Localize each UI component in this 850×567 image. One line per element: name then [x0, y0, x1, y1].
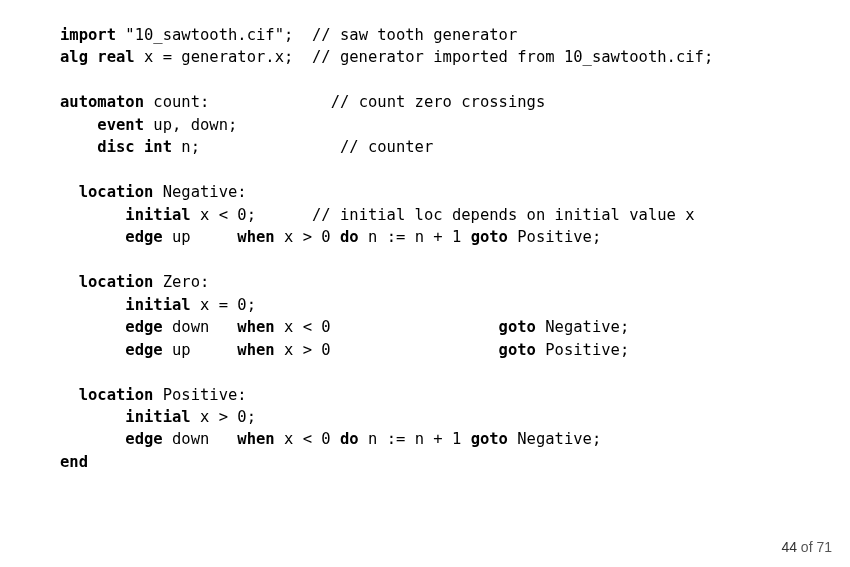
indent [60, 138, 97, 156]
kw-do: do [340, 228, 359, 246]
code-text: n := n + 1 [359, 228, 471, 246]
indent [60, 341, 125, 359]
kw-edge: edge [125, 430, 162, 448]
indent [60, 228, 125, 246]
indent [60, 206, 125, 224]
code-text: up, down; [144, 116, 237, 134]
kw-automaton: automaton [60, 93, 144, 111]
code-text: "10_sawtooth.cif"; // saw tooth generato… [116, 26, 517, 44]
indent [60, 273, 79, 291]
code-text: Negative: [153, 183, 246, 201]
kw-when: when [237, 430, 274, 448]
code-text: Positive; [536, 341, 629, 359]
code-text: up [163, 341, 238, 359]
code-text: x < 0 [275, 430, 340, 448]
kw-alg-real: alg real [60, 48, 135, 66]
kw-disc-int: disc int [97, 138, 172, 156]
page-current: 44 [781, 539, 797, 555]
kw-edge: edge [125, 228, 162, 246]
indent [60, 116, 97, 134]
kw-location: location [79, 386, 154, 404]
indent [60, 318, 125, 336]
indent [60, 408, 125, 426]
code-text: Positive: [153, 386, 246, 404]
kw-import: import [60, 26, 116, 44]
kw-goto: goto [499, 341, 536, 359]
indent [60, 296, 125, 314]
kw-location: location [79, 183, 154, 201]
code-text: Negative; [536, 318, 629, 336]
kw-when: when [237, 228, 274, 246]
code-text: n := n + 1 [359, 430, 471, 448]
code-text: n; // counter [172, 138, 433, 156]
page-indicator: 44 of 71 [781, 537, 832, 557]
code-block: import "10_sawtooth.cif"; // saw tooth g… [60, 24, 713, 473]
kw-do: do [340, 430, 359, 448]
code-text: x < 0 [275, 318, 499, 336]
page-of: of [797, 539, 816, 555]
kw-goto: goto [471, 430, 508, 448]
code-text: x > 0 [275, 341, 499, 359]
kw-event: event [97, 116, 144, 134]
code-text: Zero: [153, 273, 209, 291]
kw-initial: initial [125, 296, 190, 314]
indent [60, 386, 79, 404]
kw-edge: edge [125, 341, 162, 359]
kw-initial: initial [125, 206, 190, 224]
kw-goto: goto [499, 318, 536, 336]
code-text: down [163, 430, 238, 448]
kw-edge: edge [125, 318, 162, 336]
kw-initial: initial [125, 408, 190, 426]
kw-location: location [79, 273, 154, 291]
code-text: Negative; [508, 430, 601, 448]
indent [60, 183, 79, 201]
indent [60, 430, 125, 448]
kw-when: when [237, 318, 274, 336]
code-text: x > 0 [275, 228, 340, 246]
kw-when: when [237, 341, 274, 359]
code-text: x = 0; [191, 296, 256, 314]
kw-end: end [60, 453, 88, 471]
code-text: x < 0; // initial loc depends on initial… [191, 206, 695, 224]
code-text: count: // count zero crossings [144, 93, 545, 111]
code-text: up [163, 228, 238, 246]
code-text: down [163, 318, 238, 336]
code-text: Positive; [508, 228, 601, 246]
kw-goto: goto [471, 228, 508, 246]
code-text: x > 0; [191, 408, 256, 426]
code-text: x = generator.x; // generator imported f… [135, 48, 714, 66]
page-total: 71 [816, 539, 832, 555]
